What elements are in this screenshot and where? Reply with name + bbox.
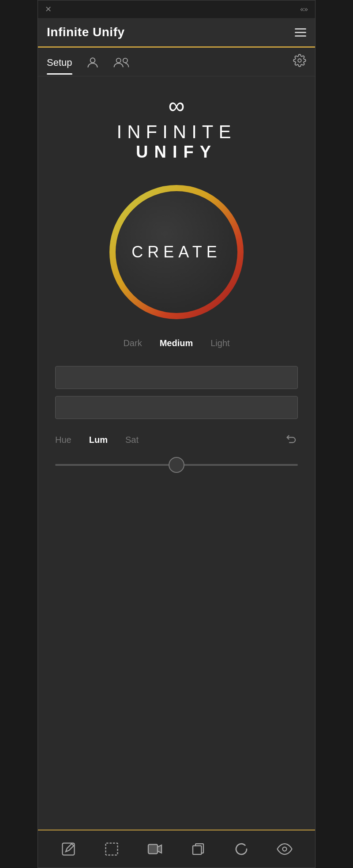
app-container: ✕ «» Infinite Unify Setup: [38, 0, 315, 868]
create-button[interactable]: CREATE: [108, 184, 245, 321]
svg-rect-6: [106, 843, 118, 855]
undo-button[interactable]: [285, 432, 298, 447]
channel-sat[interactable]: Sat: [125, 435, 139, 445]
gear-icon: [293, 54, 306, 67]
nav-group[interactable]: [113, 48, 130, 76]
theme-medium[interactable]: Medium: [160, 338, 193, 348]
top-bar: ✕ «»: [38, 0, 315, 18]
logo-text-infinite: INFINITE: [117, 121, 237, 143]
menu-button[interactable]: [295, 28, 306, 37]
svg-rect-7: [148, 845, 158, 854]
arrows-button[interactable]: «»: [300, 5, 308, 13]
edit-button[interactable]: [57, 838, 80, 860]
close-button[interactable]: ✕: [45, 4, 52, 14]
svg-marker-8: [158, 845, 161, 853]
logo-section: ∞ INFINITE UNIFY: [117, 94, 237, 162]
bottom-toolbar: [38, 830, 315, 868]
channel-selector: Hue Lum Sat: [55, 432, 298, 447]
channel-lum[interactable]: Lum: [89, 435, 108, 445]
svg-point-3: [298, 59, 301, 62]
record-button[interactable]: [143, 838, 166, 860]
nav-setup[interactable]: Setup: [47, 49, 72, 75]
slider-thumb[interactable]: [169, 457, 184, 473]
logo-text-unify: UNIFY: [136, 143, 217, 162]
settings-button[interactable]: [293, 54, 306, 70]
eye-icon: [277, 841, 293, 857]
select-icon: [104, 841, 120, 857]
user-icon: [86, 56, 100, 70]
nav-bar: Setup: [38, 48, 315, 76]
undo-icon: [285, 432, 298, 445]
app-title: Infinite Unify: [47, 25, 125, 39]
theme-selector: Dark Medium Light: [123, 338, 229, 348]
select-button[interactable]: [100, 838, 123, 860]
eye-button[interactable]: [273, 838, 296, 860]
svg-rect-9: [193, 846, 202, 855]
group-icon: [113, 56, 130, 70]
input-field-2[interactable]: [55, 396, 298, 419]
copy-button[interactable]: [187, 838, 210, 860]
svg-point-1: [116, 58, 120, 63]
input-group: [55, 366, 298, 419]
create-label: CREATE: [131, 243, 221, 261]
theme-dark[interactable]: Dark: [123, 338, 142, 348]
svg-point-10: [283, 847, 287, 851]
infinity-symbol: ∞: [168, 94, 184, 117]
main-content: ∞ INFINITE UNIFY CREATE: [38, 76, 315, 830]
refresh-icon: [233, 841, 249, 857]
svg-point-0: [90, 58, 95, 63]
svg-point-2: [123, 58, 127, 63]
slider-container: [55, 456, 298, 474]
theme-light[interactable]: Light: [210, 338, 229, 348]
channel-hue[interactable]: Hue: [55, 435, 71, 445]
input-field-1[interactable]: [55, 366, 298, 389]
refresh-button[interactable]: [230, 838, 253, 860]
edit-icon: [60, 841, 76, 857]
record-icon: [147, 841, 163, 857]
header: Infinite Unify: [38, 18, 315, 48]
copy-icon: [190, 841, 206, 857]
slider-track[interactable]: [55, 464, 298, 466]
nav-user[interactable]: [86, 48, 100, 76]
